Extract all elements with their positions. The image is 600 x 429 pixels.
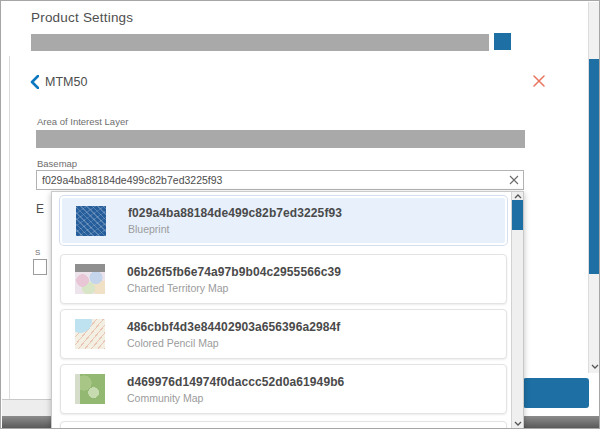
basemap-input[interactable]: [37, 174, 505, 186]
back-button[interactable]: MTM50: [30, 75, 87, 89]
basemap-thumbnail-community: [75, 374, 105, 404]
back-button-label: MTM50: [45, 75, 87, 89]
basemap-option[interactable]: 06b26f5fb6e74a97b9b04c2955566c39 Charted…: [60, 254, 507, 304]
dropdown-scrollbar-thumb[interactable]: [512, 200, 523, 230]
basemap-option[interactable]: 486cbbf4d3e84402903a656396a2984f Colored…: [60, 309, 507, 359]
dialog-scrollbar-thumb[interactable]: [589, 59, 600, 274]
basemap-option[interactable]: d469976d14974f0daccc52d0a61949b6 Communi…: [60, 364, 507, 414]
scroll-down-icon[interactable]: [589, 361, 600, 371]
close-button[interactable]: [533, 75, 549, 91]
basemap-option[interactable]: f029a4ba88184de499c82b7ed3225f93 Bluepri…: [60, 196, 507, 245]
checkbox[interactable]: [33, 259, 47, 275]
basemap-thumbnail-colored-pencil: [75, 319, 105, 349]
blue-square[interactable]: [494, 33, 511, 50]
basemap-option-id: 06b26f5fb6e74a97b9b04c2955566c39: [127, 265, 341, 279]
basemap-option-id: d469976d14974f0daccc52d0a61949b6: [127, 375, 344, 389]
dialog-scrollbar[interactable]: [588, 2, 600, 373]
hidden-field-label-fragment: S: [35, 248, 40, 257]
basemap-thumbnail-blueprint: [76, 206, 106, 236]
basemap-dropdown-list: f029a4ba88184de499c82b7ed3225f93 Bluepri…: [51, 191, 524, 429]
page-background-strip: [2, 400, 51, 416]
dropdown-scrollbar[interactable]: [511, 192, 523, 429]
page-title: Product Settings: [31, 10, 133, 25]
product-settings-screen: Product Settings MTM50 Area of Interest …: [0, 0, 600, 429]
basemap-option-name: Colored Pencil Map: [127, 337, 340, 349]
scroll-down-icon[interactable]: [512, 419, 523, 428]
basemap-combobox[interactable]: [36, 170, 524, 190]
basemap-option-id: 486cbbf4d3e84402903a656396a2984f: [127, 320, 340, 334]
basemap-option-name: Community Map: [127, 392, 344, 404]
basemap-option-partial[interactable]: [60, 421, 507, 429]
clear-icon[interactable]: [505, 171, 523, 189]
basemap-option-name: Blueprint: [128, 223, 342, 235]
basemap-option-id: f029a4ba88184de499c82b7ed3225f93: [128, 206, 342, 220]
area-of-interest-input[interactable]: [36, 130, 525, 148]
basemap-label: Basemap: [37, 158, 77, 169]
area-of-interest-label: Area of Interest Layer: [37, 116, 128, 127]
primary-action-button[interactable]: [523, 378, 589, 408]
close-icon: [533, 75, 549, 87]
hidden-field-label-fragment: E: [36, 202, 44, 216]
chevron-left-icon: [30, 75, 39, 89]
modal-left-border: [9, 56, 10, 399]
redacted-bar: [31, 34, 489, 51]
basemap-option-name: Charted Territory Map: [127, 282, 341, 294]
basemap-thumbnail-charted-territory: [75, 264, 105, 294]
